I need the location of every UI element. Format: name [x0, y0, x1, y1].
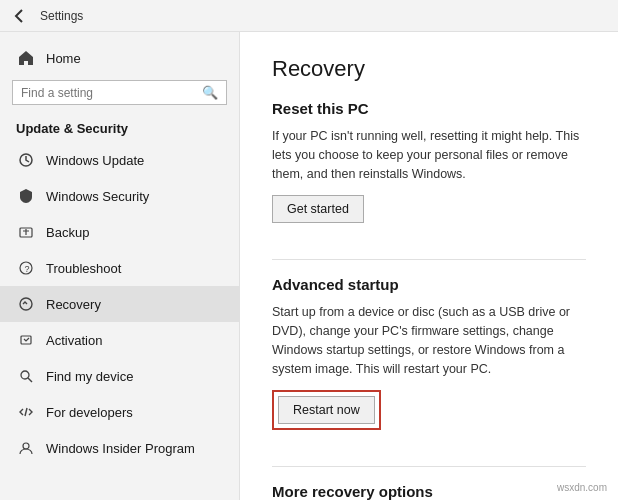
troubleshoot-icon: ?	[16, 258, 36, 278]
svg-text:?: ?	[25, 264, 30, 274]
sidebar-item-activation-label: Activation	[46, 333, 102, 348]
sidebar-item-windows-security[interactable]: Windows Security	[0, 178, 239, 214]
sidebar-item-backup-label: Backup	[46, 225, 89, 240]
sidebar-item-find-my-device[interactable]: Find my device	[0, 358, 239, 394]
developer-icon	[16, 402, 36, 422]
more-options-heading: More recovery options	[272, 483, 586, 500]
sidebar: Home 🔍 Update & Security Windows Update …	[0, 32, 240, 500]
sidebar-item-recovery[interactable]: Recovery	[0, 286, 239, 322]
topbar-title: Settings	[40, 9, 83, 23]
svg-point-8	[23, 443, 29, 449]
sidebar-item-home-label: Home	[46, 51, 81, 66]
update-icon	[16, 150, 36, 170]
recovery-icon	[16, 294, 36, 314]
search-input[interactable]	[21, 86, 202, 100]
sidebar-item-for-developers-label: For developers	[46, 405, 133, 420]
sidebar-item-for-developers[interactable]: For developers	[0, 394, 239, 430]
restart-now-button[interactable]: Restart now	[278, 396, 375, 424]
svg-line-7	[25, 408, 27, 416]
backup-icon	[16, 222, 36, 242]
svg-line-6	[28, 378, 32, 382]
home-icon	[16, 48, 36, 68]
activation-icon	[16, 330, 36, 350]
find-icon	[16, 366, 36, 386]
back-button[interactable]	[12, 8, 28, 24]
get-started-button[interactable]: Get started	[272, 195, 364, 223]
divider-2	[272, 466, 586, 467]
insider-icon	[16, 438, 36, 458]
reset-heading: Reset this PC	[272, 100, 586, 117]
advanced-heading: Advanced startup	[272, 276, 586, 293]
sidebar-item-troubleshoot[interactable]: ? Troubleshoot	[0, 250, 239, 286]
restart-highlight-box: Restart now	[272, 390, 381, 430]
sidebar-item-windows-insider-label: Windows Insider Program	[46, 441, 195, 456]
shield-icon	[16, 186, 36, 206]
main-layout: Home 🔍 Update & Security Windows Update …	[0, 32, 618, 500]
sidebar-item-home[interactable]: Home	[0, 40, 239, 76]
svg-point-5	[21, 371, 29, 379]
sidebar-item-recovery-label: Recovery	[46, 297, 101, 312]
reset-body: If your PC isn't running well, resetting…	[272, 127, 586, 183]
watermark: wsxdn.com	[554, 481, 610, 494]
sidebar-item-windows-update[interactable]: Windows Update	[0, 142, 239, 178]
sidebar-item-troubleshoot-label: Troubleshoot	[46, 261, 121, 276]
sidebar-item-activation[interactable]: Activation	[0, 322, 239, 358]
advanced-body: Start up from a device or disc (such as …	[272, 303, 586, 378]
svg-rect-4	[21, 336, 31, 344]
page-title: Recovery	[272, 56, 586, 82]
sidebar-item-backup[interactable]: Backup	[0, 214, 239, 250]
sidebar-item-windows-security-label: Windows Security	[46, 189, 149, 204]
content-area: Recovery Reset this PC If your PC isn't …	[240, 32, 618, 500]
topbar: Settings	[0, 0, 618, 32]
sidebar-item-find-my-device-label: Find my device	[46, 369, 133, 384]
sidebar-item-windows-update-label: Windows Update	[46, 153, 144, 168]
search-box[interactable]: 🔍	[12, 80, 227, 105]
sidebar-section-title: Update & Security	[0, 113, 239, 142]
sidebar-item-windows-insider[interactable]: Windows Insider Program	[0, 430, 239, 466]
search-icon[interactable]: 🔍	[202, 85, 218, 100]
divider-1	[272, 259, 586, 260]
